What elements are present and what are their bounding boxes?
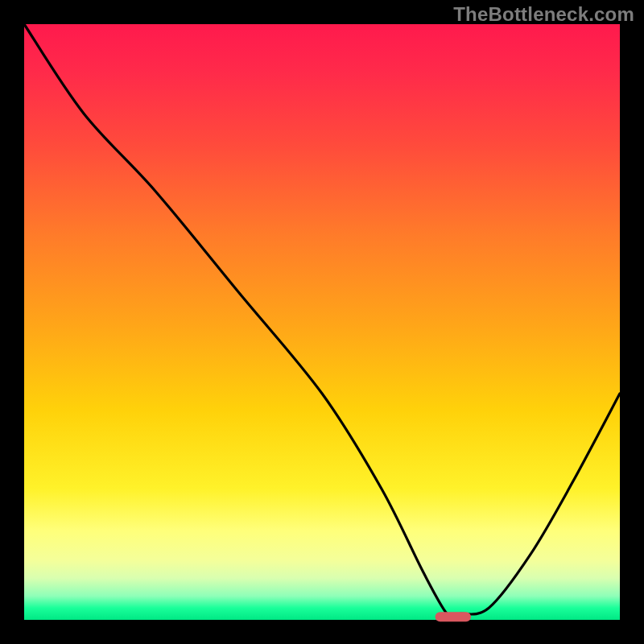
optimal-marker-pill (436, 612, 471, 621)
plot-area (24, 24, 620, 620)
chart-container: TheBottleneck.com (0, 0, 644, 644)
watermark-text: TheBottleneck.com (453, 3, 634, 26)
chart-svg (24, 24, 620, 620)
bottleneck-curve (24, 24, 620, 617)
